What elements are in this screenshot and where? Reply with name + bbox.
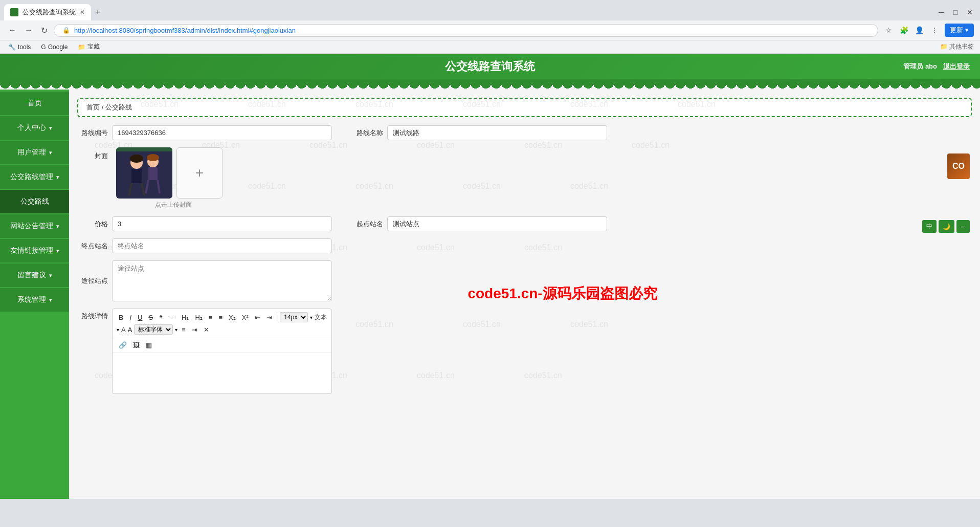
breadcrumb: 首页 / 公交路线	[77, 98, 972, 117]
price-input[interactable]	[112, 216, 332, 231]
bookmark-tools[interactable]: 🔧 tools	[6, 42, 33, 52]
dark-mode-button[interactable]: 🌙	[939, 220, 954, 233]
bookmark-treasure[interactable]: 📁 宝藏	[76, 41, 102, 52]
sidebar-label-links: 友情链接管理	[10, 246, 53, 255]
indent-button[interactable]: ⇥	[264, 313, 274, 322]
transit-textarea[interactable]	[112, 260, 332, 301]
font-color-indicator: A	[121, 326, 126, 334]
route-name-input[interactable]	[387, 125, 607, 140]
sidebar-label-profile: 个人中心	[17, 123, 46, 133]
scallop-decoration	[0, 79, 980, 90]
svg-point-9	[130, 155, 143, 163]
underline-button[interactable]: U	[136, 313, 144, 322]
form-group-price: 价格	[77, 216, 332, 231]
italic-button[interactable]: I	[127, 313, 133, 322]
cover-label: 封面	[77, 147, 108, 161]
co-avatar: CO	[947, 153, 970, 179]
font-type-dropdown-icon: ▾	[117, 327, 119, 333]
form-section: 路线编号 路线名称 封面	[77, 125, 972, 394]
new-tab-button[interactable]: +	[91, 7, 105, 18]
font-size-select[interactable]: 14px 12px 16px 18px	[280, 312, 308, 322]
blockquote-button[interactable]: ❝	[157, 313, 165, 322]
forward-button[interactable]: →	[23, 25, 35, 36]
sidebar-item-home[interactable]: 首页	[0, 92, 69, 115]
minimize-button[interactable]: ─	[935, 6, 947, 18]
cover-image-svg	[116, 147, 172, 199]
sidebar-item-system[interactable]: 系统管理 ▾	[0, 288, 69, 312]
svg-point-10	[147, 154, 159, 161]
insert-image-button[interactable]: 🖼	[131, 340, 142, 350]
clear-format-button[interactable]: ✕	[202, 325, 211, 335]
sidebar-item-bus-route[interactable]: 公交路线	[0, 190, 69, 213]
subscript-button[interactable]: X₂	[227, 313, 238, 322]
chevron-down-icon: ▾	[49, 149, 52, 156]
font-family-select[interactable]: 标准字体	[134, 324, 173, 335]
strikethrough-button[interactable]: S	[146, 313, 155, 322]
text-indent-button[interactable]: ⇥	[190, 325, 199, 335]
breadcrumb-home[interactable]: 首页	[86, 103, 100, 111]
page-content: 公交线路查询系统 管理员 abo 退出登录 首页 个人中心 ▾ 用户管理	[0, 54, 980, 499]
insert-link-button[interactable]: 🔗	[117, 340, 129, 350]
bookmarks-right[interactable]: 📁 其他书签	[940, 42, 974, 51]
url-box[interactable]: 🔒 http://localhost:8080/springbootmf383/…	[54, 24, 878, 37]
admin-label: 管理员 abo	[903, 62, 937, 71]
form-group-start-station: 起点站名	[352, 216, 607, 231]
active-tab[interactable]: 公交线路查询系统 ✕	[4, 4, 91, 20]
superscript-button[interactable]: X²	[240, 313, 251, 322]
form-row-end-station: 终点站名	[77, 238, 972, 253]
sidebar-item-announcements[interactable]: 网站公告管理 ▾	[0, 214, 69, 238]
font-family-dropdown-icon: ▾	[175, 327, 177, 333]
h2-button[interactable]: H₂	[193, 313, 204, 322]
align-btn2[interactable]: ≡	[180, 325, 188, 335]
svg-rect-2	[131, 169, 142, 183]
editor-body[interactable]	[113, 353, 331, 393]
sidebar-item-feedback[interactable]: 留言建议 ▾	[0, 264, 69, 287]
chevron-down-icon: ▾	[56, 248, 59, 254]
close-button[interactable]: ✕	[964, 6, 976, 18]
tab-close-btn[interactable]: ✕	[80, 9, 85, 16]
sidebar-item-profile[interactable]: 个人中心 ▾	[0, 116, 69, 140]
tab-title: 公交线路查询系统	[23, 8, 76, 17]
bookmark-google[interactable]: G Google	[39, 42, 70, 52]
sidebar-label-bus-route: 公交路线	[20, 197, 49, 206]
align-center-button[interactable]: ≡	[216, 313, 225, 322]
sidebar-item-links[interactable]: 友情链接管理 ▾	[0, 239, 69, 262]
chinese-lang-button[interactable]: 中	[922, 220, 937, 233]
more-options-button[interactable]: ···	[956, 220, 970, 233]
bold-button[interactable]: B	[117, 313, 125, 322]
copyright-notice: code51.cn-源码乐园盗图必究	[467, 284, 657, 303]
back-button[interactable]: ←	[6, 25, 18, 36]
h1-button[interactable]: H₁	[180, 313, 191, 322]
insert-table-button[interactable]: ▦	[144, 340, 154, 350]
tab-favicon	[10, 8, 18, 16]
sidebar-label-system: 系统管理	[17, 295, 46, 304]
profile-icon[interactable]: 👤	[913, 24, 925, 36]
route-id-input[interactable]	[112, 125, 332, 140]
sidebar-label-home: 首页	[28, 99, 42, 108]
breadcrumb-separator: /	[102, 103, 105, 111]
form-group-detail: 路线详情 B I U S ❝ — H₁	[77, 309, 332, 394]
sidebar-item-bus-management[interactable]: 公交路线管理 ▾	[0, 165, 69, 189]
start-station-label: 起点站名	[352, 219, 383, 229]
logout-button[interactable]: 退出登录	[943, 62, 970, 71]
chevron-down-icon: ▾	[49, 125, 52, 131]
editor-toolbar-row2: 🔗 🖼 ▦	[113, 338, 331, 353]
outdent-button[interactable]: ⇤	[253, 313, 262, 322]
horizontal-rule-button[interactable]: —	[167, 313, 177, 322]
star-icon[interactable]: ☆	[882, 24, 895, 36]
extension-icon[interactable]: 🧩	[898, 24, 910, 36]
cover-images: +	[116, 147, 222, 199]
cover-add-button[interactable]: +	[176, 147, 222, 199]
update-button[interactable]: 更新 ▾	[945, 24, 974, 37]
start-station-input[interactable]	[387, 216, 607, 231]
restore-button[interactable]: □	[949, 6, 962, 18]
google-icon: G	[41, 43, 46, 51]
sidebar-item-users[interactable]: 用户管理 ▾	[0, 141, 69, 164]
menu-icon[interactable]: ⋮	[928, 24, 941, 36]
cover-thumbnail[interactable]	[116, 147, 172, 199]
form-row-detail: 路线详情 B I U S ❝ — H₁	[77, 309, 972, 394]
plus-icon: +	[195, 165, 204, 181]
end-station-input[interactable]	[112, 238, 332, 253]
reload-button[interactable]: ↻	[39, 25, 50, 36]
align-left-button[interactable]: ≡	[207, 313, 215, 322]
